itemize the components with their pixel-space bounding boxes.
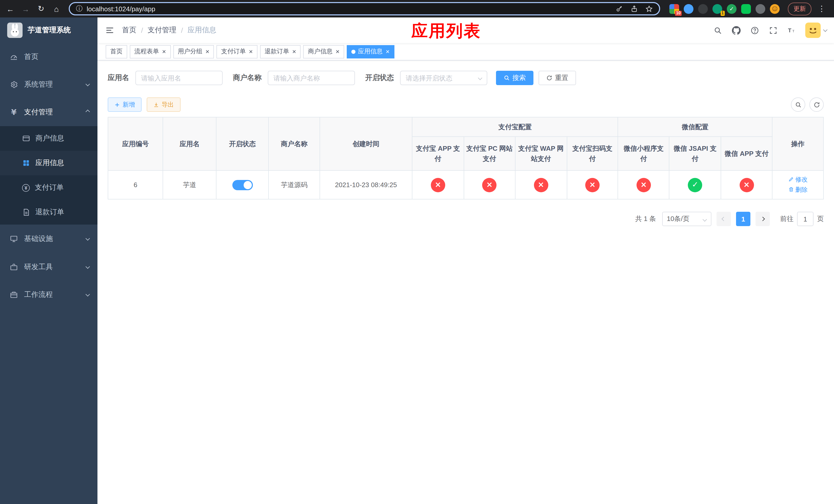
- user-menu[interactable]: [805, 23, 827, 38]
- refresh-icon: [546, 75, 552, 81]
- alipay-pc-status-icon: ×: [482, 178, 497, 192]
- browser-back-button[interactable]: ←: [3, 2, 18, 16]
- sidebar-item-home[interactable]: 首页: [0, 43, 97, 71]
- chevron-up-icon: [86, 110, 90, 114]
- share-icon[interactable]: [630, 5, 638, 13]
- briefcase-icon: [10, 291, 18, 299]
- filter-form: 应用名 商户名称 开启状态 搜索 重置: [108, 71, 824, 85]
- bookmark-star-icon[interactable]: [645, 5, 653, 13]
- table-toolbar: 新增 导出: [108, 97, 824, 112]
- help-icon[interactable]: [747, 23, 762, 38]
- cell-app-id: 6: [108, 170, 163, 199]
- refresh-table-button[interactable]: [809, 97, 824, 112]
- sidebar-item-workflow[interactable]: 工作流程: [0, 281, 97, 308]
- url-text: localhost:1024/pay/app: [87, 5, 155, 13]
- sidebar-item-system[interactable]: 系统管理: [0, 71, 97, 98]
- status-select[interactable]: [400, 71, 487, 85]
- sidebar-item-pay-order[interactable]: ¥ 支付订单: [0, 175, 97, 200]
- cell-status: [216, 170, 268, 199]
- github-icon[interactable]: [728, 23, 744, 38]
- page-button-1[interactable]: 1: [736, 212, 750, 226]
- tab-app-info[interactable]: 应用信息 ×: [347, 45, 394, 58]
- tab-home[interactable]: 首页: [106, 45, 127, 58]
- tab-process-form[interactable]: 流程表单 ×: [130, 45, 171, 58]
- goto-label: 前往: [780, 214, 793, 224]
- close-icon[interactable]: ×: [336, 48, 339, 55]
- page-info-icon[interactable]: ⓘ: [76, 4, 83, 13]
- tags-bar: 首页 流程表单 × 用户分组 × 支付订单 ×: [97, 43, 834, 61]
- breadcrumb-home[interactable]: 首页: [122, 26, 136, 35]
- col-wx-app: 微信 APP 支付: [721, 137, 772, 170]
- sidebar-item-merchant-info[interactable]: 商户信息: [0, 126, 97, 151]
- extension-pin-icon[interactable]: [755, 4, 765, 14]
- col-group-wechat: 微信配置: [618, 117, 772, 137]
- extension-chat-icon[interactable]: [741, 4, 751, 14]
- hamburger-icon[interactable]: [97, 18, 122, 43]
- sidebar-item-dev-tools[interactable]: 研发工具: [0, 253, 97, 281]
- font-size-icon[interactable]: TT: [784, 23, 799, 38]
- content: 应用名 商户名称 开启状态 搜索 重置: [97, 61, 834, 504]
- close-icon[interactable]: ×: [162, 48, 166, 55]
- extension-drop-icon[interactable]: [684, 4, 694, 14]
- breadcrumb-section[interactable]: 支付管理: [148, 26, 176, 35]
- browser-chrome: ← → ↻ ⌂ ⓘ localhost:1024/pay/app 10: [0, 0, 834, 18]
- extension-leaf-icon[interactable]: 1: [712, 4, 722, 14]
- sidebar-item-payment[interactable]: ¥ 支付管理: [0, 98, 97, 126]
- sidebar-item-infrastructure[interactable]: 基础设施: [0, 225, 97, 253]
- add-button[interactable]: 新增: [108, 97, 141, 112]
- close-icon[interactable]: ×: [292, 48, 296, 55]
- merchant-name-input[interactable]: [268, 71, 355, 85]
- sidebar-logo[interactable]: 芋道管理系统: [0, 18, 97, 43]
- goto-unit: 页: [817, 214, 824, 224]
- download-icon: [153, 102, 159, 108]
- close-icon[interactable]: ×: [386, 48, 390, 55]
- tab-refund-order[interactable]: 退款订单 ×: [260, 45, 301, 58]
- card-icon: [22, 134, 30, 142]
- status-toggle[interactable]: [232, 180, 253, 190]
- password-key-icon[interactable]: [615, 5, 623, 13]
- close-icon[interactable]: ×: [205, 48, 209, 55]
- extension-badge: 1: [720, 10, 725, 16]
- breadcrumb-current: 应用信息: [188, 26, 216, 35]
- toolbox-icon: [10, 263, 18, 271]
- sidebar-item-refund-order[interactable]: 退款订单: [0, 200, 97, 225]
- export-button[interactable]: 导出: [147, 97, 180, 112]
- status-select-input[interactable]: [400, 71, 487, 85]
- next-page-button[interactable]: [755, 212, 770, 226]
- app-name-input[interactable]: [135, 71, 223, 85]
- browser-forward-button[interactable]: →: [19, 2, 33, 16]
- sidebar-item-app-info[interactable]: 应用信息: [0, 151, 97, 175]
- total-count: 共 1 条: [635, 214, 656, 224]
- browser-reload-button[interactable]: ↻: [34, 2, 48, 16]
- extension-face-icon[interactable]: ☺: [770, 4, 780, 14]
- goto-page-input[interactable]: [797, 212, 813, 226]
- search-icon[interactable]: [710, 23, 725, 38]
- page-size-select[interactable]: 10条/页: [662, 212, 711, 226]
- sidebar-item-label: 基础设施: [24, 234, 53, 244]
- close-icon[interactable]: ×: [249, 48, 253, 55]
- col-group-alipay: 支付宝配置: [412, 117, 618, 137]
- browser-home-button[interactable]: ⌂: [49, 2, 64, 16]
- extension-grid-icon[interactable]: 10: [670, 4, 679, 14]
- avatar: [805, 23, 821, 38]
- browser-url-bar[interactable]: ⓘ localhost:1024/pay/app: [69, 2, 660, 15]
- tab-user-group[interactable]: 用户分组 ×: [173, 45, 214, 58]
- browser-menu-icon[interactable]: ⋮: [814, 2, 829, 16]
- search-button[interactable]: 搜索: [496, 71, 533, 85]
- toggle-search-button[interactable]: [791, 97, 805, 112]
- edit-button[interactable]: 修改: [788, 175, 808, 184]
- prev-page-button[interactable]: [717, 212, 731, 226]
- tab-pay-order[interactable]: 支付订单 ×: [216, 45, 257, 58]
- cell-merchant: 芋道源码: [268, 170, 320, 199]
- cell-app-name: 芋道: [163, 170, 216, 199]
- extension-sphere-icon[interactable]: [698, 4, 708, 14]
- edit-icon: [788, 176, 794, 182]
- browser-update-button[interactable]: 更新: [788, 2, 811, 15]
- chevron-down-icon: [86, 265, 90, 269]
- tab-merchant-info[interactable]: 商户信息 ×: [303, 45, 344, 58]
- extension-check-icon[interactable]: ✓: [727, 4, 737, 14]
- fullscreen-icon[interactable]: [765, 23, 781, 38]
- delete-button[interactable]: 删除: [788, 185, 808, 194]
- search-icon: [504, 75, 510, 81]
- reset-button[interactable]: 重置: [539, 71, 576, 85]
